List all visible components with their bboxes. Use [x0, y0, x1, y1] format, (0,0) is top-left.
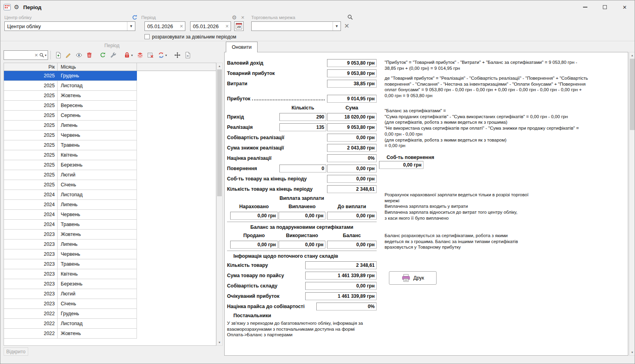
- search-input[interactable]: ✕ ▾: [4, 50, 48, 60]
- table-row[interactable]: 2023 Травень: [4, 259, 137, 269]
- table-row[interactable]: 2025 Жовтень: [4, 91, 137, 101]
- suppliers-section-title: Постачальники: [227, 312, 377, 319]
- row-year: 2023: [4, 230, 58, 239]
- service-wrench-icon[interactable]: [108, 50, 118, 60]
- profit-label: Прибуток: [227, 96, 250, 102]
- layers-icon[interactable]: [135, 50, 145, 60]
- sales-sum: 9 053,80 грн: [327, 123, 377, 131]
- period-gear-icon[interactable]: ⚙: [232, 14, 237, 21]
- refresh-centers-icon[interactable]: [131, 14, 138, 21]
- lock-icon[interactable]: ▾: [121, 50, 135, 60]
- trade-network-combobox[interactable]: ▼: [251, 21, 341, 31]
- app-window: ⚙ Період ✕ Центр обліку Центри обліку ▼ …: [0, 0, 635, 364]
- date-to-clear-icon[interactable]: ✕: [223, 24, 231, 29]
- move-icon[interactable]: [172, 50, 183, 60]
- app-icon: [4, 4, 11, 10]
- table-row[interactable]: 2025 Листопад: [4, 81, 137, 91]
- notes-column: "Прибуток" = "Товарний прибуток" - "Витр…: [379, 52, 627, 356]
- scroll-up-icon[interactable]: ▲: [217, 63, 222, 69]
- table-row[interactable]: 2022 Листопад: [4, 319, 137, 329]
- profit-row: Прибуток 9 014,95 грн: [227, 94, 377, 104]
- search-icon[interactable]: ▾: [39, 53, 48, 58]
- table-row[interactable]: 2025 Серпень: [4, 111, 137, 121]
- sync-icon[interactable]: ▾: [156, 50, 169, 60]
- table-row[interactable]: 2025 Липень: [4, 121, 137, 130]
- scroll-down-icon[interactable]: ▼: [217, 339, 222, 345]
- table-row[interactable]: 2025 Квітень: [4, 150, 137, 160]
- chevron-down-icon[interactable]: ▼: [333, 22, 341, 31]
- minimize-icon: [583, 7, 587, 8]
- table-row[interactable]: 2023 Березень: [4, 279, 137, 289]
- add-record-icon[interactable]: [53, 50, 64, 60]
- table-row[interactable]: 2024 Липень: [4, 200, 137, 210]
- row-year: 2024: [4, 210, 58, 219]
- network-label: Торговельна мережа: [251, 15, 295, 20]
- table-row[interactable]: 2022 Жовтень: [4, 329, 137, 339]
- period-table-scrollbar[interactable]: ▲ ▼: [216, 63, 223, 346]
- table-row[interactable]: 2024 Червень: [4, 210, 137, 220]
- date-from-input[interactable]: 05.01.2026 ✕: [144, 21, 185, 31]
- cert-used-value: 0,00 грн: [279, 241, 325, 249]
- row-month: Лютий: [58, 289, 137, 299]
- row-month: Грудень: [58, 71, 137, 80]
- income-sum: 18 020,00 грн: [327, 113, 377, 121]
- table-row[interactable]: 2023 Квітень: [4, 269, 137, 279]
- delete-table-icon[interactable]: [145, 50, 156, 60]
- gross-income-value: 9 053,80 грн: [327, 59, 377, 67]
- refresh-icon[interactable]: [98, 50, 108, 60]
- maximize-button[interactable]: [595, 0, 615, 14]
- month-column-header[interactable]: Місяць: [58, 63, 137, 71]
- clear-document-icon[interactable]: [183, 50, 193, 60]
- table-row[interactable]: 2025 Травень: [4, 140, 137, 150]
- scroll-down-icon[interactable]: ▼: [629, 349, 635, 355]
- calendar-picker-button[interactable]: 23: [234, 21, 244, 31]
- accounting-center-combobox[interactable]: Центри обліку ▼: [4, 21, 135, 31]
- table-row[interactable]: 2025 Грудень: [4, 71, 137, 81]
- search-clear-icon[interactable]: ✕: [33, 53, 39, 58]
- table-row[interactable]: 2022 Грудень: [4, 309, 137, 319]
- network-search-icon[interactable]: [347, 14, 353, 20]
- year-column-header[interactable]: Рік: [4, 63, 58, 71]
- cost-of-sales-row: Собівартість реалізації 0,00 грн: [227, 132, 377, 143]
- table-row[interactable]: 2025 Вересень: [4, 101, 137, 111]
- chevron-down-icon[interactable]: ▼: [127, 22, 135, 31]
- table-row[interactable]: 2025 Лютий: [4, 170, 137, 180]
- close-button[interactable]: ✕: [615, 0, 635, 14]
- table-row[interactable]: 2024 Листопад: [4, 190, 137, 200]
- expenses-label: Витрати: [227, 81, 327, 86]
- table-row[interactable]: 2023 Лютий: [4, 289, 137, 299]
- close-icon: ✕: [623, 4, 627, 10]
- date-from-clear-icon[interactable]: ✕: [178, 24, 185, 29]
- return-cost-label: Соб-ть повернення: [379, 155, 434, 160]
- dotted-leader: [252, 100, 325, 100]
- minimize-button[interactable]: [575, 0, 595, 14]
- print-button[interactable]: Друк: [389, 271, 437, 285]
- sales-discounts-label: Сума знижок реалізації: [227, 145, 327, 151]
- table-row[interactable]: 2023 Червень: [4, 249, 137, 259]
- delete-record-icon[interactable]: [84, 50, 94, 60]
- table-row[interactable]: 2023 Жовтень: [4, 230, 137, 239]
- salary-columns-row: Нараховано Виплачено До виплати: [227, 202, 377, 211]
- row-year: 2023: [4, 249, 58, 259]
- network-clear-icon[interactable]: ✕: [344, 22, 349, 30]
- income-qty: 290: [279, 113, 326, 121]
- date-to-input[interactable]: 05.01.2026 ✕: [190, 21, 231, 31]
- main-scrollbar[interactable]: ▲ ▼: [629, 52, 635, 356]
- view-record-icon[interactable]: [74, 50, 84, 60]
- refresh-tab-button[interactable]: Оновити: [226, 42, 258, 52]
- scrollbar-thumb[interactable]: [217, 69, 222, 196]
- table-row[interactable]: 2023 Липень: [4, 239, 137, 249]
- table-row[interactable]: 2024 Травень: [4, 220, 137, 230]
- end-qty-label: Кількість товару на кінець періоду: [227, 186, 327, 192]
- settings-gear-icon[interactable]: ⚙: [14, 4, 19, 11]
- edit-record-icon[interactable]: [64, 50, 74, 60]
- scroll-up-icon[interactable]: ▲: [629, 52, 635, 58]
- table-row[interactable]: 2025 Січень: [4, 180, 137, 190]
- table-row[interactable]: 2025 Березень: [4, 160, 137, 170]
- table-row[interactable]: 2025 Червень: [4, 130, 137, 140]
- period-clear-icon[interactable]: ✕: [241, 15, 244, 20]
- table-row[interactable]: 2023 Січень: [4, 299, 137, 309]
- custom-period-checkbox[interactable]: [144, 34, 150, 39]
- scrollbar-thumb[interactable]: [630, 59, 635, 130]
- chevron-down-icon: ▾: [165, 54, 167, 57]
